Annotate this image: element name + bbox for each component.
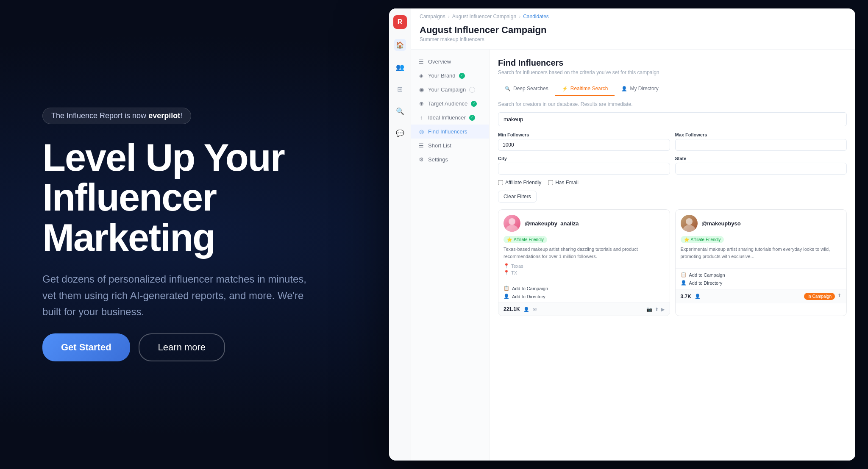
tab-deep-searches[interactable]: 🔍 Deep Searches <box>498 82 555 96</box>
add-to-directory-btn-1[interactable]: 👤 Add to Directory <box>504 294 665 299</box>
card-actions-1: 📋 Add to Campaign 👤 Add to Directory <box>498 282 670 302</box>
sidebar-icon-chat[interactable]: 💬 <box>394 127 406 139</box>
app-content: Campaigns › August Influencer Campaign ›… <box>411 8 855 461</box>
learn-more-button[interactable]: Learn more <box>139 333 225 361</box>
affiliate-badge-1: ⭐ Affiliate Friendly <box>504 236 547 243</box>
card-stats-1: 221.1K 👤 ✉ <box>504 306 537 312</box>
breadcrumb-candidates[interactable]: Candidates <box>523 14 549 19</box>
nav-settings[interactable]: ⚙ Settings <box>411 153 489 167</box>
social-icons-1: 📷 ⬆ ▶ <box>646 307 665 312</box>
mail-icon-1: ✉ <box>533 307 537 312</box>
sidebar-icon-home[interactable]: 🏠 <box>394 39 406 51</box>
add-to-campaign-btn-1[interactable]: 📋 Add to Campaign <box>504 286 665 291</box>
sidebar-icon-users[interactable]: 👥 <box>394 61 406 73</box>
check-audience: ✓ <box>471 101 477 107</box>
campaign-header: August Influencer Campaign Summer makeup… <box>411 23 855 50</box>
state-label: State <box>675 156 847 161</box>
affiliate-badge-2: ⭐ Affiliate Friendly <box>681 236 724 243</box>
share-icon-1[interactable]: ⬆ <box>655 307 659 312</box>
followers-count-2: 3.7K <box>681 294 691 300</box>
hero-description: Get dozens of personalized influencer ma… <box>42 271 318 320</box>
nav-your-campaign[interactable]: ◉ Your Campaign <box>411 83 489 97</box>
max-followers-input[interactable] <box>675 139 847 151</box>
svg-point-2 <box>686 218 693 225</box>
nav-target-audience[interactable]: ⊕ Target Audience ✓ <box>411 97 489 111</box>
get-started-button[interactable]: Get Started <box>42 333 130 361</box>
check-brand: ✓ <box>459 73 465 79</box>
max-followers-group: Max Followers <box>675 132 847 151</box>
share-icon-2[interactable]: ⬆ <box>837 293 841 300</box>
city-group: City <box>498 156 670 175</box>
card-main-2: @makeupbyso ⭐ Affiliate Friendly Experim… <box>676 210 847 268</box>
instagram-icon-1[interactable]: 📷 <box>646 307 652 312</box>
brand-name: everpilot <box>148 111 180 120</box>
clear-filters-button[interactable]: Clear Filters <box>498 191 537 203</box>
breadcrumb-campaign[interactable]: August Influencer Campaign <box>452 14 516 19</box>
card-footer-2: 3.7K 👤 In Campaign ⬆ <box>676 289 847 303</box>
followers-icon-1: 👤 <box>523 307 529 312</box>
app-sidebar: R 🏠 👥 ⊞ 🔍 💬 <box>389 8 411 461</box>
city-input[interactable] <box>498 163 670 175</box>
city-label: City <box>498 156 670 161</box>
hero-section: The Influence Report is now everpilot! L… <box>0 74 369 396</box>
nav-short-list[interactable]: ☰ Short List <box>411 139 489 153</box>
panel-description: Search for influencers based on the crit… <box>498 69 847 75</box>
card-location-city-1: 📍 Texas <box>504 263 665 269</box>
nav-ideal-influencer[interactable]: ↑ Ideal Influencer ✓ <box>411 111 489 125</box>
check-campaign <box>469 87 475 93</box>
card-footer-1: 221.1K 👤 ✉ 📷 ⬆ ▶ <box>498 302 670 316</box>
state-input[interactable] <box>675 163 847 175</box>
card-username-1: @makeupby_analiza <box>525 220 579 227</box>
breadcrumb-campaigns[interactable]: Campaigns <box>420 14 445 19</box>
avatar-1 <box>504 215 520 232</box>
hero-buttons: Get Started Learn more <box>42 333 326 361</box>
social-icons-2: In Campaign ⬆ <box>804 293 841 300</box>
svg-point-0 <box>509 218 515 225</box>
affiliate-friendly-check[interactable]: Affiliate Friendly <box>498 180 541 186</box>
follower-filters: Min Followers Max Followers <box>498 132 847 151</box>
max-followers-label: Max Followers <box>675 132 847 137</box>
card-header-1: @makeupby_analiza <box>504 215 665 232</box>
affiliate-checkbox[interactable] <box>498 180 503 185</box>
add-to-campaign-btn-2[interactable]: 📋 Add to Campaign <box>681 272 842 278</box>
card-stats-2: 3.7K 👤 <box>681 294 701 300</box>
card-location-state-1: 📍 TX <box>504 270 665 275</box>
tab-realtime-search[interactable]: ⚡ Realtime Search <box>555 82 615 96</box>
nav-find-influencers[interactable]: ◎ Find Influencers <box>411 125 489 139</box>
card-actions-2: 📋 Add to Campaign 👤 Add to Directory <box>676 268 847 289</box>
hero-title: Level Up Your Influencer Marketing <box>42 138 326 258</box>
campaign-subtitle: Summer makeup influencers <box>420 36 847 42</box>
avatar-2 <box>681 215 698 232</box>
sidebar-icon-grid[interactable]: ⊞ <box>394 83 406 95</box>
nav-your-brand[interactable]: ◈ Your Brand ✓ <box>411 69 489 83</box>
followers-icon-2: 👤 <box>695 294 701 299</box>
influencer-card-2: @makeupbyso ⭐ Affiliate Friendly Experim… <box>675 209 847 316</box>
svg-point-3 <box>683 225 695 232</box>
card-bio-1: Texas-based makeup artist sharing dazzli… <box>504 246 665 260</box>
min-followers-group: Min Followers <box>498 132 670 151</box>
add-to-directory-btn-2[interactable]: 👤 Add to Directory <box>681 280 842 286</box>
nav-overview[interactable]: ☰ Overview <box>411 55 489 69</box>
search-tabs: 🔍 Deep Searches ⚡ Realtime Search 👤 My D… <box>498 82 847 96</box>
tab-my-directory[interactable]: 👤 My Directory <box>615 82 665 96</box>
influencer-cards: @makeupby_analiza ⭐ Affiliate Friendly T… <box>498 209 847 316</box>
svg-point-1 <box>506 225 518 232</box>
min-followers-input[interactable] <box>498 139 670 151</box>
search-input[interactable] <box>498 112 847 126</box>
announcement-badge: The Influence Report is now everpilot! <box>42 108 191 124</box>
card-username-2: @makeupbyso <box>702 220 741 227</box>
location-filters: City State <box>498 156 847 175</box>
app-nav: ☰ Overview ◈ Your Brand ✓ ◉ Your Campaig… <box>411 50 490 461</box>
youtube-icon-1[interactable]: ▶ <box>661 307 665 312</box>
app-panel: Find Influencers Search for influencers … <box>490 50 855 461</box>
sidebar-icon-search[interactable]: 🔍 <box>394 105 406 117</box>
has-email-checkbox[interactable] <box>548 180 553 185</box>
state-group: State <box>675 156 847 175</box>
card-main-1: @makeupby_analiza ⭐ Affiliate Friendly T… <box>498 210 670 282</box>
has-email-check[interactable]: Has Email <box>548 180 579 186</box>
card-bio-2: Experimental makeup artist sharing tutor… <box>681 246 842 260</box>
search-description: Search for creators in our database. Res… <box>498 101 847 107</box>
app-window: R 🏠 👥 ⊞ 🔍 💬 Campaigns › August Influence… <box>389 8 855 461</box>
followers-count-1: 221.1K <box>504 306 520 312</box>
in-campaign-badge-2: In Campaign <box>804 293 835 300</box>
